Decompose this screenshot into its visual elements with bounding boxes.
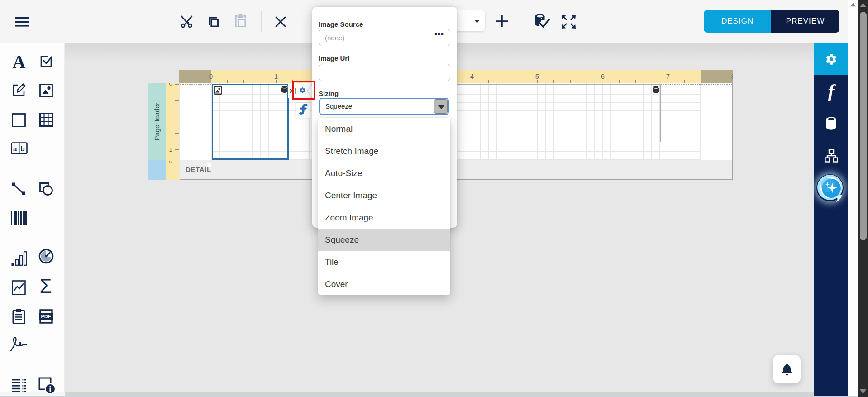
svg-text:b: b xyxy=(21,145,25,153)
svg-text:a: a xyxy=(13,145,17,153)
svg-text:PDF: PDF xyxy=(41,314,51,319)
